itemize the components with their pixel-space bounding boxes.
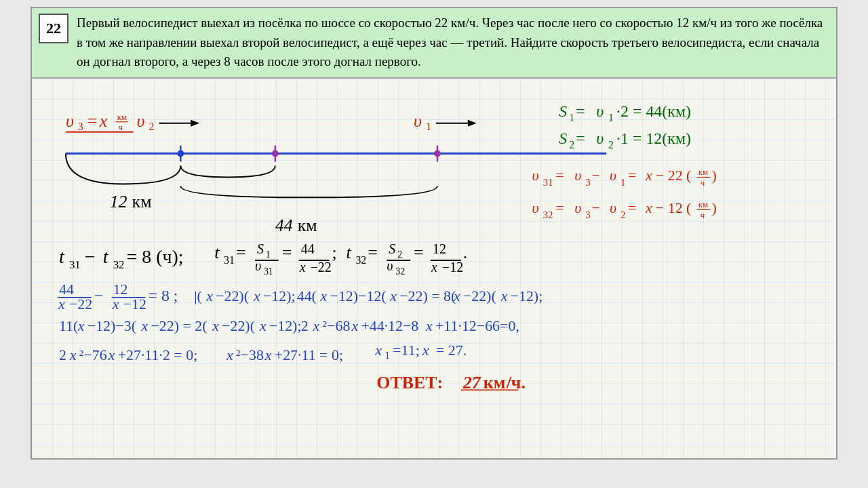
svg-text:31: 31 [264, 266, 273, 276]
svg-text:υ: υ [574, 167, 581, 184]
svg-text:32: 32 [395, 266, 405, 276]
svg-text:x: x [431, 259, 437, 274]
svg-text:υ: υ [532, 199, 538, 216]
svg-text:ч: ч [701, 178, 705, 188]
svg-text:²−38: ²−38 [236, 346, 264, 363]
svg-text:+27·11·2 = 0;: +27·11·2 = 0; [118, 346, 198, 363]
svg-text:км: км [117, 111, 127, 121]
svg-text:−22)(: −22)( [463, 287, 496, 304]
svg-text:1: 1 [569, 111, 574, 123]
svg-text:): ) [712, 167, 717, 184]
svg-point-32 [177, 150, 184, 157]
svg-text:−22: −22 [69, 295, 92, 312]
svg-text:S: S [559, 102, 567, 119]
svg-text:υ: υ [596, 102, 604, 119]
svg-text:−12);: −12); [269, 317, 302, 333]
svg-text:12: 12 [110, 192, 127, 211]
svg-text:=: = [282, 243, 292, 262]
svg-text:x: x [299, 259, 306, 274]
problem-header: 22 Первый велосипедист выехал из посёлка… [32, 8, 836, 79]
svg-text:ч: ч [701, 210, 705, 220]
svg-text:2: 2 [569, 138, 574, 150]
svg-text:32: 32 [113, 258, 125, 271]
svg-text:31: 31 [224, 254, 235, 266]
svg-text:−12)−3(: −12)−3( [87, 317, 136, 333]
svg-text:км: км [298, 216, 317, 235]
svg-text:υ: υ [387, 258, 393, 272]
svg-text:=: = [87, 110, 98, 130]
svg-text:44(: 44( [297, 287, 317, 304]
svg-text:²−76: ²−76 [79, 346, 107, 363]
svg-point-34 [434, 150, 441, 157]
svg-text:x: x [259, 317, 267, 333]
svg-text:=: = [236, 243, 246, 262]
svg-text:км: км [698, 199, 708, 209]
svg-text:t: t [214, 243, 220, 262]
svg-text:−12)−12(: −12)−12( [330, 287, 387, 304]
svg-text:=11;: =11; [393, 341, 420, 358]
svg-text:=: = [414, 243, 424, 262]
problem-text: Первый велосипедист выехал из посёлка по… [77, 14, 829, 72]
svg-text:−: − [591, 167, 599, 184]
svg-text:11(: 11( [59, 317, 78, 333]
svg-text:−12);: −12); [511, 287, 543, 304]
svg-marker-15 [468, 119, 477, 126]
svg-text:υ: υ [596, 129, 604, 146]
svg-text:+11·12−66=0,: +11·12−66=0, [435, 317, 519, 333]
svg-text:− 12 (: − 12 ( [656, 199, 692, 216]
svg-text:− 22 (: − 22 ( [656, 167, 692, 184]
svg-text:υ: υ [610, 167, 616, 184]
svg-text:2: 2 [149, 120, 154, 131]
svg-text:x: x [425, 317, 433, 333]
svg-text:x: x [58, 295, 65, 312]
svg-text:= 27.: = 27. [436, 341, 467, 358]
svg-text:3: 3 [585, 209, 590, 220]
svg-text:x: x [226, 346, 233, 363]
svg-text:=: = [628, 167, 636, 184]
svg-text:t: t [103, 246, 109, 267]
svg-text:x: x [264, 346, 272, 363]
svg-text:=: = [555, 167, 564, 184]
svg-text:−: − [85, 246, 96, 267]
svg-text:−22)(: −22)( [222, 317, 255, 333]
svg-text:32: 32 [355, 254, 366, 266]
svg-text:44: 44 [301, 241, 315, 256]
svg-text:1: 1 [266, 249, 271, 260]
svg-text:−22) = 2(: −22) = 2( [151, 317, 207, 333]
svg-text:x: x [253, 287, 260, 304]
svg-text:.: . [463, 243, 467, 262]
svg-text:=: = [368, 243, 378, 262]
svg-text:3: 3 [78, 120, 83, 131]
svg-text:·1 = 12(км): ·1 = 12(км) [616, 129, 691, 146]
svg-text:υ: υ [414, 110, 422, 130]
svg-text:): ) [712, 199, 717, 216]
svg-text:x: x [320, 287, 328, 304]
svg-text:= 8 (ч);: = 8 (ч); [127, 246, 184, 267]
svg-text:S: S [257, 241, 264, 256]
svg-text:S: S [389, 241, 395, 256]
svg-text:x: x [453, 287, 460, 304]
svg-text:t: t [346, 243, 351, 262]
svg-text:x: x [205, 287, 213, 304]
svg-text:x: x [351, 317, 358, 333]
svg-text:−22) = 8(: −22) = 8( [399, 287, 456, 304]
svg-text:x: x [69, 346, 77, 363]
svg-text:1: 1 [620, 177, 625, 188]
svg-text:υ: υ [255, 258, 261, 272]
svg-text:2: 2 [301, 317, 309, 333]
svg-text:12: 12 [433, 241, 446, 256]
svg-text:x: x [108, 346, 115, 363]
svg-text:x: x [422, 341, 429, 358]
svg-text:υ: υ [574, 199, 581, 216]
svg-text:км: км [484, 373, 506, 392]
svg-text:−12: −12 [123, 295, 146, 312]
svg-text:x: x [99, 110, 108, 130]
svg-text:x: x [500, 287, 508, 304]
svg-text:1: 1 [426, 120, 431, 131]
svg-text:υ: υ [610, 199, 616, 216]
svg-text:1: 1 [384, 349, 390, 361]
svg-text:=: = [576, 129, 585, 146]
solution-area: υ 3 = x км ч υ 2 υ 1 S 1 = υ 1 [32, 79, 836, 458]
svg-point-33 [272, 150, 279, 157]
svg-text:31: 31 [542, 177, 553, 188]
